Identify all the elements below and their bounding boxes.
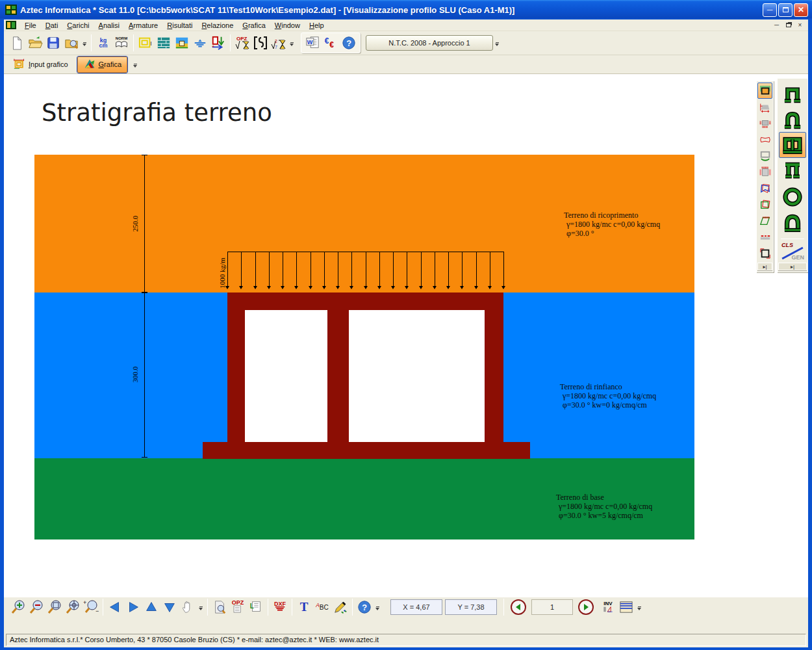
circle-shape-icon[interactable] — [779, 184, 806, 210]
opz-page-icon[interactable]: OPZ — [229, 598, 247, 616]
close-button[interactable]: ✕ — [794, 3, 808, 17]
mdi-child-icon — [6, 21, 16, 29]
word-export-icon[interactable]: W — [303, 34, 322, 52]
mdi-minimize-button[interactable]: ─ — [771, 21, 782, 30]
section-frame-icon[interactable]: I — [136, 34, 155, 52]
menu-carichi[interactable]: Carichi — [62, 21, 94, 30]
frame-open-shape-icon[interactable] — [779, 158, 806, 184]
structure-shapes-toolbar: CLS GEN ▸| — [777, 78, 808, 272]
toolbar-overflow-icon[interactable] — [197, 599, 205, 616]
mdi-restore-button[interactable] — [783, 21, 794, 30]
arch-shape-icon[interactable] — [779, 210, 806, 236]
pan-up-icon[interactable] — [142, 598, 160, 616]
report-list-icon[interactable] — [617, 598, 635, 616]
pan-left-icon[interactable] — [106, 598, 124, 616]
page-number-field[interactable]: 1 — [531, 599, 573, 615]
loads-icon[interactable]: + — [209, 34, 227, 52]
toolbar-scroll-button[interactable]: ▸| — [778, 263, 807, 270]
toolbar-overflow-icon[interactable] — [288, 34, 296, 51]
euro-computo-icon[interactable]: €€ — [322, 34, 340, 52]
menu-analisi[interactable]: Analisi — [94, 21, 124, 30]
text-tool-icon[interactable]: T — [295, 598, 313, 616]
menu-grafica[interactable]: Grafica — [238, 21, 270, 30]
dxf-export-icon[interactable]: DXF — [271, 598, 289, 616]
search-folder-icon[interactable] — [62, 34, 81, 52]
minimize-button[interactable]: ─ — [763, 3, 777, 17]
menu-file[interactable]: File — [20, 21, 41, 30]
toolbar-overflow-icon[interactable] — [493, 34, 501, 51]
pan-down-icon[interactable] — [160, 598, 179, 616]
tab-input-grafico[interactable]: Input grafico — [8, 57, 73, 73]
water-level-icon[interactable] — [191, 34, 209, 52]
zoom-extents-icon[interactable] — [64, 598, 82, 616]
strip-loads-icon[interactable] — [757, 229, 772, 245]
culvert-right-wall — [485, 292, 503, 443]
new-file-icon[interactable] — [8, 34, 26, 52]
zoom-out-icon[interactable] — [27, 598, 45, 616]
zoom-in-icon[interactable] — [9, 598, 27, 616]
portal-rounded-shape-icon[interactable] — [779, 106, 806, 132]
geometry-culvert-icon[interactable] — [173, 34, 191, 52]
save-icon[interactable] — [44, 34, 62, 52]
menu-armature[interactable]: Armature — [124, 21, 162, 30]
inv-tool-icon[interactable]: INV — [599, 598, 617, 616]
overlay-sections-icon[interactable] — [757, 196, 772, 213]
units-icon[interactable]: kgcm — [94, 34, 112, 52]
input-grafico-icon — [13, 58, 26, 71]
ntc-normativa-button[interactable]: N.T.C. 2008 - Approccio 1 — [366, 35, 493, 51]
tab-grafica[interactable]: Grafica — [77, 57, 127, 73]
color-brush-icon[interactable] — [331, 598, 349, 616]
open-folder-icon[interactable] — [26, 34, 44, 52]
shear-parallelogram-icon[interactable] — [757, 213, 772, 229]
svg-text:€: € — [325, 36, 329, 46]
menu-help[interactable]: Help — [305, 21, 329, 30]
mesh-deformed-icon[interactable] — [757, 180, 772, 196]
menu-risultati[interactable]: Risultati — [162, 21, 197, 30]
zoom-dynamic-icon[interactable]: +− — [82, 598, 100, 616]
opz-analysis-icon[interactable]: OPZ — [233, 34, 251, 52]
previous-page-button[interactable] — [511, 599, 526, 615]
bricks-icon[interactable] — [155, 34, 173, 52]
section-outline-icon[interactable] — [757, 245, 772, 261]
app-logo-icon — [5, 5, 17, 15]
analysis-sqrt-icon[interactable]: 27 — [270, 34, 288, 52]
maximize-button[interactable] — [778, 3, 793, 17]
pressure-diagram-icon[interactable] — [757, 164, 772, 180]
armature-stirrup-icon[interactable] — [251, 34, 270, 52]
next-page-button[interactable] — [578, 599, 594, 615]
section-loads-icon[interactable] — [757, 115, 772, 131]
print-preview-icon[interactable] — [210, 598, 229, 616]
pan-hand-icon[interactable] — [179, 598, 197, 616]
deformed-shape-icon[interactable] — [757, 131, 772, 148]
toolbar-overflow-icon[interactable] — [131, 56, 139, 73]
menu-dati[interactable]: Dati — [41, 21, 63, 30]
tab-input-grafico-label: Input grafico — [29, 60, 68, 68]
help-icon[interactable]: ? — [355, 598, 374, 616]
help-icon[interactable]: ? — [340, 34, 358, 52]
pan-right-icon[interactable] — [124, 598, 142, 616]
result-views-toolbar: ▸| — [756, 81, 774, 272]
section-dimensions-icon[interactable] — [757, 99, 772, 115]
svg-text:L: L — [250, 602, 254, 609]
menu-relazione[interactable]: Relazione — [197, 21, 238, 30]
portal-shape-icon[interactable] — [779, 80, 806, 106]
zoom-window-icon[interactable] — [45, 598, 64, 616]
menu-window[interactable]: Window — [270, 21, 305, 30]
moment-diagram-icon[interactable] — [757, 148, 772, 164]
application-window: Aztec Informatica * Scat 11.0 [C:\bcb5wo… — [0, 0, 812, 650]
layers-page-icon[interactable]: L — [247, 598, 265, 616]
norm-book-icon[interactable]: NORM — [112, 34, 131, 52]
toolbar-scroll-button[interactable]: ▸| — [757, 263, 772, 270]
mdi-close-button[interactable]: × — [794, 21, 806, 30]
font-tool-icon[interactable]: ABC — [313, 598, 331, 616]
drawing-canvas[interactable]: Stratigrafia terreno 250.0 300.0 1000 kg… — [4, 74, 808, 597]
toolbar-overflow-icon[interactable] — [635, 599, 643, 616]
toolbar-overflow-icon[interactable] — [81, 34, 88, 51]
materials-cls-gen-button[interactable]: CLS GEN — [781, 242, 804, 261]
section-hatch-icon[interactable] — [757, 83, 772, 99]
svg-text:W: W — [307, 39, 313, 46]
bottom-toolbar: +− OPZ L DXF T ABC ? — [4, 597, 808, 616]
toolbar-overflow-icon[interactable] — [374, 599, 381, 616]
annotation-base: Terreno di base γ=1800 kg/mc c=0,00 kg/c… — [556, 493, 652, 520]
box-two-cell-shape-icon[interactable] — [779, 132, 806, 158]
